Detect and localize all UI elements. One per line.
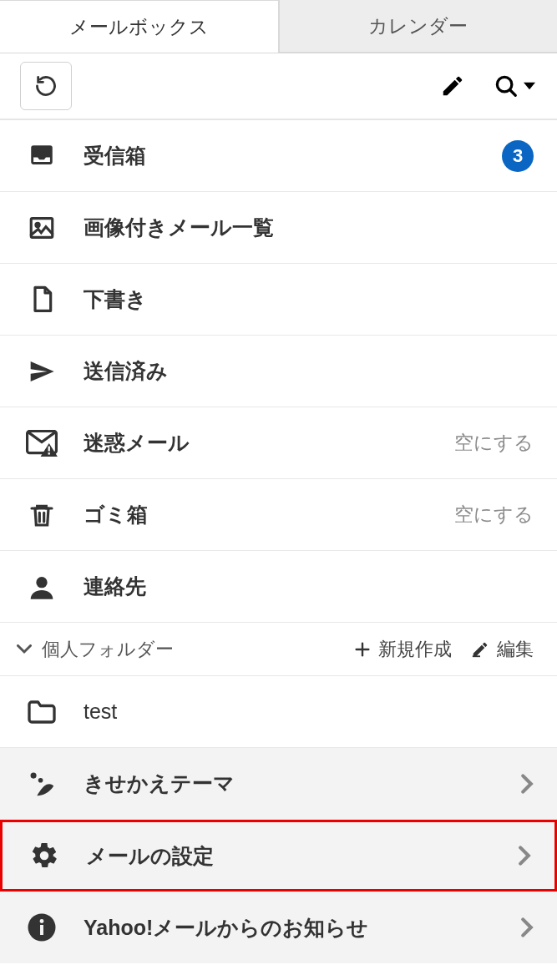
refresh-button[interactable] [20, 62, 72, 110]
menu-settings-label: メールの設定 [63, 842, 518, 870]
folder-trash[interactable]: ゴミ箱 空にする [0, 479, 557, 551]
svg-point-16 [38, 777, 43, 782]
folder-contacts[interactable]: 連絡先 [0, 551, 557, 623]
svg-rect-14 [473, 655, 480, 657]
menu-settings[interactable]: メールの設定 [0, 820, 557, 892]
chevron-right-icon [518, 845, 531, 866]
svg-point-4 [36, 223, 39, 226]
gear-icon [26, 841, 63, 871]
chevron-right-icon [520, 773, 534, 795]
svg-point-19 [40, 919, 44, 923]
top-tabs: メールボックス カレンダー [0, 0, 557, 53]
search-icon [494, 73, 535, 99]
inbox-unread-badge: 3 [502, 140, 534, 172]
svg-point-15 [31, 772, 37, 778]
menu-news[interactable]: Yahoo!メールからのお知らせ [0, 892, 557, 963]
folder-contacts-label: 連絡先 [60, 573, 534, 600]
edit-folders-label: 編集 [497, 637, 534, 662]
folder-inbox[interactable]: 受信箱 3 [0, 120, 557, 192]
empty-trash-button[interactable]: 空にする [454, 502, 534, 528]
svg-rect-8 [48, 452, 50, 454]
menu-theme[interactable]: きせかえテーマ [0, 748, 557, 820]
personal-folder-label: test [60, 700, 534, 724]
theme-icon [23, 770, 60, 798]
menu-theme-label: きせかえテーマ [60, 770, 520, 797]
compose-button[interactable] [433, 67, 472, 105]
personal-folders-header: 個人フォルダー 新規作成 編集 [0, 623, 557, 676]
refresh-icon [34, 74, 58, 98]
personal-folders-title[interactable]: 個人フォルダー [42, 637, 335, 662]
edit-icon [470, 640, 490, 659]
toolbar [0, 53, 557, 120]
folder-sent[interactable]: 送信済み [0, 336, 557, 407]
folder-spam-label: 迷惑メール [60, 429, 454, 457]
file-icon [23, 284, 60, 316]
tab-calendar[interactable]: カレンダー [279, 0, 558, 53]
info-icon [23, 912, 60, 942]
send-icon [23, 358, 60, 385]
folder-drafts[interactable]: 下書き [0, 264, 557, 336]
svg-point-11 [36, 577, 47, 588]
inbox-icon [23, 142, 60, 170]
tab-calendar-label: カレンダー [368, 13, 468, 39]
person-icon [23, 573, 60, 601]
folder-drafts-label: 下書き [60, 285, 534, 313]
folder-sent-label: 送信済み [60, 357, 534, 385]
pencil-icon [440, 73, 465, 99]
folder-trash-label: ゴミ箱 [60, 501, 454, 528]
menu-news-label: Yahoo!メールからのお知らせ [60, 914, 520, 942]
new-folder-label: 新規作成 [378, 637, 452, 662]
personal-folder-item[interactable]: test [0, 676, 557, 748]
edit-folders-button[interactable]: 編集 [470, 637, 534, 662]
folder-spam[interactable]: 迷惑メール 空にする [0, 407, 557, 479]
tab-mailbox-label: メールボックス [69, 14, 209, 40]
folder-images-label: 画像付きメール一覧 [60, 214, 534, 241]
svg-line-1 [510, 90, 516, 96]
new-folder-button[interactable]: 新規作成 [353, 637, 452, 662]
chevron-down-icon[interactable] [15, 644, 33, 654]
image-icon [23, 214, 60, 242]
svg-rect-7 [48, 446, 50, 451]
trash-icon [23, 500, 60, 530]
folder-images[interactable]: 画像付きメール一覧 [0, 192, 557, 264]
tab-mailbox[interactable]: メールボックス [0, 0, 279, 53]
search-button[interactable] [495, 67, 534, 105]
chevron-right-icon [520, 917, 534, 938]
spam-icon [23, 430, 60, 457]
plus-icon [353, 640, 372, 659]
svg-rect-18 [40, 925, 43, 935]
empty-spam-button[interactable]: 空にする [454, 430, 534, 456]
folder-inbox-label: 受信箱 [60, 142, 502, 169]
svg-rect-3 [31, 218, 53, 237]
folder-icon [23, 700, 60, 725]
svg-marker-2 [524, 83, 535, 89]
